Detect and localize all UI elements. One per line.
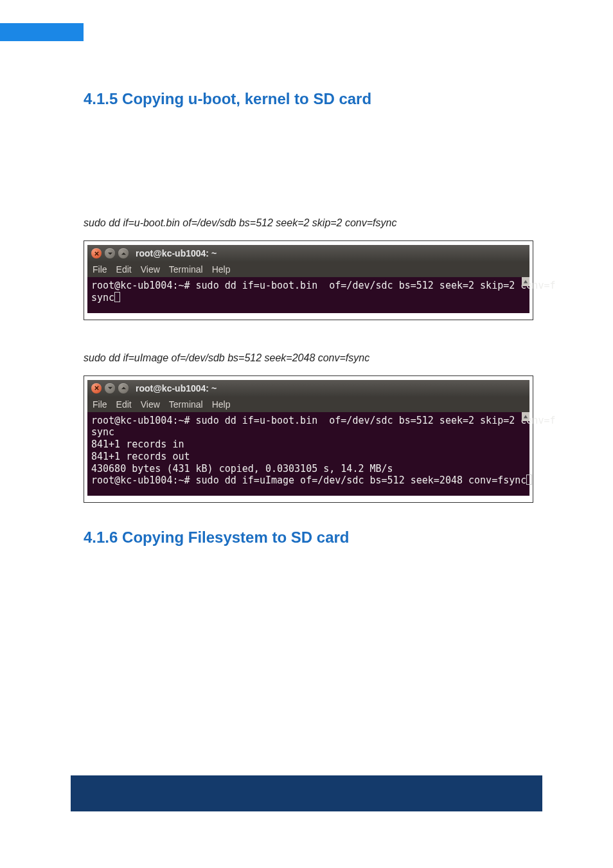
menu-terminal[interactable]: Terminal bbox=[169, 399, 203, 410]
maximize-icon[interactable] bbox=[118, 383, 129, 393]
heading-415: 4.1.5 Copying u-boot, kernel to SD card bbox=[84, 90, 533, 108]
terminal-line: 841+1 records in bbox=[91, 439, 526, 451]
header-accent-bar bbox=[0, 23, 84, 41]
svg-marker-3 bbox=[121, 252, 125, 255]
menu-help[interactable]: Help bbox=[212, 264, 231, 275]
page-content: 4.1.5 Copying u-boot, kernel to SD card … bbox=[84, 90, 533, 559]
terminal-line: sync bbox=[91, 292, 526, 304]
svg-marker-8 bbox=[121, 387, 125, 390]
command-text-2: sudo dd if=uImage of=/dev/sdb bs=512 see… bbox=[84, 352, 533, 364]
menu-file[interactable]: File bbox=[93, 399, 107, 410]
terminal-title: root@kc-ub1004: ~ bbox=[136, 248, 217, 258]
heading-416: 4.1.6 Copying Filesystem to SD card bbox=[84, 529, 533, 547]
terminal-line: sync bbox=[91, 426, 526, 439]
minimize-icon[interactable] bbox=[105, 248, 115, 258]
heading-number: 4.1.5 bbox=[84, 90, 118, 107]
cursor-icon bbox=[114, 292, 120, 302]
terminal-window: root@kc-ub1004: ~ File Edit View Termina… bbox=[87, 380, 529, 496]
terminal-body[interactable]: root@kc-ub1004:~# sudo dd if=u-boot.bin … bbox=[87, 412, 529, 496]
terminal-line: root@kc-ub1004:~# sudo dd if=uImage of=/… bbox=[91, 475, 526, 487]
menu-terminal[interactable]: Terminal bbox=[169, 264, 203, 275]
menu-edit[interactable]: Edit bbox=[116, 399, 132, 410]
terminal-title: root@kc-ub1004: ~ bbox=[136, 383, 217, 393]
menu-edit[interactable]: Edit bbox=[116, 264, 132, 275]
close-icon[interactable] bbox=[91, 383, 102, 393]
svg-marker-4 bbox=[524, 280, 528, 284]
screenshot-2: root@kc-ub1004: ~ File Edit View Termina… bbox=[84, 375, 533, 503]
terminal-line: root@kc-ub1004:~# sudo dd if=u-boot.bin … bbox=[91, 415, 526, 427]
scroll-up-icon[interactable] bbox=[522, 277, 529, 286]
heading-number: 4.1.6 bbox=[84, 529, 118, 546]
spacer bbox=[84, 121, 533, 217]
terminal-line: 841+1 records out bbox=[91, 451, 526, 463]
terminal-titlebar: root@kc-ub1004: ~ bbox=[87, 380, 529, 397]
terminal-titlebar: root@kc-ub1004: ~ bbox=[87, 245, 529, 262]
svg-marker-7 bbox=[107, 387, 112, 390]
menu-file[interactable]: File bbox=[93, 264, 107, 275]
maximize-icon[interactable] bbox=[118, 248, 129, 258]
menu-view[interactable]: View bbox=[141, 399, 160, 410]
minimize-icon[interactable] bbox=[105, 383, 115, 393]
spacer bbox=[84, 503, 533, 529]
terminal-menubar: File Edit View Terminal Help bbox=[87, 397, 529, 412]
menu-help[interactable]: Help bbox=[212, 399, 231, 410]
terminal-line: root@kc-ub1004:~# sudo dd if=u-boot.bin … bbox=[91, 280, 526, 292]
menu-view[interactable]: View bbox=[141, 264, 160, 275]
svg-marker-9 bbox=[524, 415, 528, 418]
close-icon[interactable] bbox=[91, 248, 102, 258]
terminal-menubar: File Edit View Terminal Help bbox=[87, 262, 529, 277]
spacer bbox=[84, 320, 533, 352]
cursor-icon bbox=[526, 475, 532, 485]
heading-text: Copying Filesystem to SD card bbox=[122, 529, 349, 546]
terminal-line: 430680 bytes (431 kB) copied, 0.0303105 … bbox=[91, 463, 526, 475]
svg-marker-2 bbox=[107, 252, 112, 255]
terminal-window: root@kc-ub1004: ~ File Edit View Termina… bbox=[87, 245, 529, 313]
heading-text: Copying u-boot, kernel to SD card bbox=[122, 90, 371, 107]
scroll-up-icon[interactable] bbox=[522, 412, 529, 421]
footer-bar bbox=[71, 775, 542, 811]
command-text-1: sudo dd if=u-boot.bin of=/dev/sdb bs=512… bbox=[84, 217, 533, 229]
screenshot-1: root@kc-ub1004: ~ File Edit View Termina… bbox=[84, 240, 533, 320]
terminal-body[interactable]: root@kc-ub1004:~# sudo dd if=u-boot.bin … bbox=[87, 277, 529, 313]
